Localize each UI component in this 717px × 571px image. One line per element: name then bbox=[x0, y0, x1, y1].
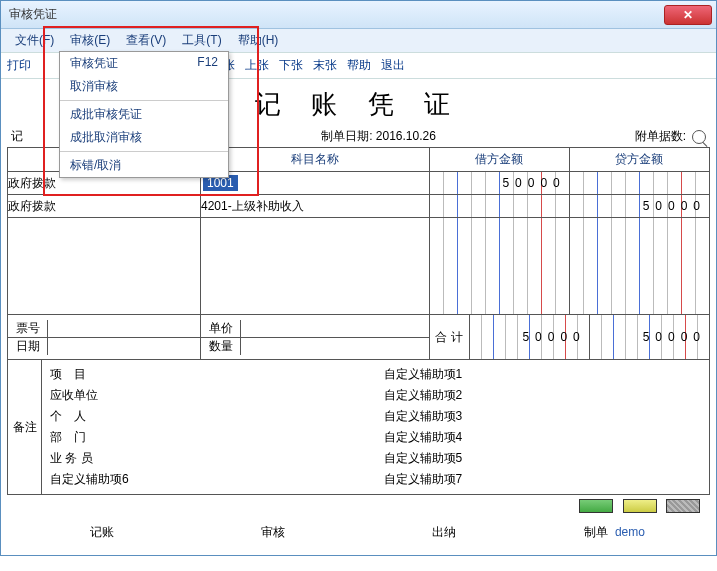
rm-receivable: 应收单位 bbox=[50, 385, 368, 406]
menu-file[interactable]: 文件(F) bbox=[7, 29, 62, 52]
dd-mark-cancel-label: 标错/取消 bbox=[70, 157, 121, 174]
tb-prev[interactable]: 上张 bbox=[245, 57, 269, 74]
content: 审核凭证 F12 取消审核 成批审核凭证 成批取消审核 标错/取消 记 账 凭 … bbox=[1, 79, 716, 555]
sub-total: 合 计 50000 50000 bbox=[429, 315, 709, 360]
menu-view[interactable]: 查看(V) bbox=[118, 29, 174, 52]
cell-subject[interactable]: 1001 bbox=[201, 172, 430, 195]
lbl-qty: 数量 bbox=[201, 338, 240, 355]
status-icon-green[interactable] bbox=[579, 499, 613, 513]
remark-label: 备注 bbox=[8, 360, 42, 494]
dd-batch-cancel[interactable]: 成批取消审核 bbox=[60, 126, 228, 149]
rm-custom4: 自定义辅助项4 bbox=[384, 427, 702, 448]
grid-row-empty[interactable] bbox=[8, 218, 710, 315]
tb-help[interactable]: 帮助 bbox=[347, 57, 371, 74]
lbl-date: 日期 bbox=[8, 338, 47, 355]
rm-custom1: 自定义辅助项1 bbox=[384, 364, 702, 385]
remark-col-right: 自定义辅助项1 自定义辅助项2 自定义辅助项3 自定义辅助项4 自定义辅助项5 … bbox=[376, 360, 710, 494]
tb-print[interactable]: 打印 bbox=[7, 57, 31, 74]
app-window: 审核凭证 ✕ 文件(F) 审核(E) 查看(V) 工具(T) 帮助(H) 打印 … bbox=[0, 0, 717, 556]
debit-value bbox=[430, 195, 569, 217]
date-label: 制单日期: bbox=[321, 129, 372, 143]
grid-subrow: 票号 日期 单价 数量 bbox=[8, 315, 710, 360]
lbl-ticket: 票号 bbox=[8, 320, 47, 338]
dd-mark-cancel[interactable]: 标错/取消 bbox=[60, 154, 228, 177]
voucher-grid: 科目名称 借方金额 贷方金额 政府拨款 1001 50000 bbox=[7, 147, 710, 360]
cell-credit[interactable]: 50000 bbox=[569, 195, 709, 218]
meta-right: 附单据数: bbox=[546, 128, 706, 145]
rm-sales: 业 务 员 bbox=[50, 448, 368, 469]
hdr-debit: 借方金额 bbox=[429, 148, 569, 172]
dd-audit-voucher[interactable]: 审核凭证 F12 bbox=[60, 52, 228, 75]
menu-audit[interactable]: 审核(E) bbox=[62, 29, 118, 52]
rm-dept: 部 门 bbox=[50, 427, 368, 448]
meta-center: 制单日期: 2016.10.26 bbox=[211, 128, 546, 145]
rm-project: 项 目 bbox=[50, 364, 368, 385]
hdr-credit: 贷方金额 bbox=[569, 148, 709, 172]
close-icon: ✕ bbox=[683, 8, 693, 22]
status-icons bbox=[7, 495, 710, 520]
menubar: 文件(F) 审核(E) 查看(V) 工具(T) 帮助(H) bbox=[1, 29, 716, 53]
role-maker-user: demo bbox=[615, 525, 645, 539]
cell-credit[interactable] bbox=[569, 172, 709, 195]
role-maker: 制单 demo bbox=[529, 524, 700, 541]
menu-help[interactable]: 帮助(H) bbox=[230, 29, 287, 52]
cell-credit[interactable] bbox=[569, 218, 709, 315]
titlebar: 审核凭证 ✕ bbox=[1, 1, 716, 29]
tb-exit[interactable]: 退出 bbox=[381, 57, 405, 74]
dd-batch-audit-label: 成批审核凭证 bbox=[70, 106, 142, 123]
cell-debit[interactable] bbox=[429, 195, 569, 218]
cell-debit[interactable] bbox=[429, 218, 569, 315]
val-ticket[interactable] bbox=[48, 320, 200, 338]
total-credit: 50000 bbox=[590, 315, 709, 359]
dd-sep2 bbox=[60, 151, 228, 152]
cell-subject[interactable] bbox=[201, 218, 430, 315]
grid-row[interactable]: 政府拨款 4201-上级补助收入 50000 bbox=[8, 195, 710, 218]
menu-audit-dropdown: 审核凭证 F12 取消审核 成批审核凭证 成批取消审核 标错/取消 bbox=[59, 51, 229, 178]
attachment-label: 附单据数: bbox=[635, 128, 686, 145]
dd-audit-voucher-key: F12 bbox=[197, 55, 218, 72]
dd-batch-cancel-label: 成批取消审核 bbox=[70, 129, 142, 146]
tb-last[interactable]: 末张 bbox=[313, 57, 337, 74]
rm-custom5: 自定义辅助项5 bbox=[384, 448, 702, 469]
window-title: 审核凭证 bbox=[9, 6, 57, 23]
footer-roles: 记账 审核 出纳 制单 demo bbox=[7, 520, 710, 549]
remark-block: 备注 项 目 应收单位 个 人 部 门 业 务 员 自定义辅助项6 自定义辅助项… bbox=[7, 360, 710, 495]
cell-summary[interactable]: 政府拨款 bbox=[8, 195, 201, 218]
total-debit: 50000 bbox=[470, 315, 589, 359]
close-button[interactable]: ✕ bbox=[664, 5, 712, 25]
lbl-price: 单价 bbox=[201, 320, 240, 338]
rm-custom6: 自定义辅助项6 bbox=[50, 469, 368, 490]
status-icon-yellow[interactable] bbox=[623, 499, 657, 513]
dd-batch-audit[interactable]: 成批审核凭证 bbox=[60, 103, 228, 126]
cell-debit[interactable]: 50000 bbox=[429, 172, 569, 195]
status-icon-gray[interactable] bbox=[666, 499, 700, 513]
val-price[interactable] bbox=[241, 320, 429, 338]
tb-next[interactable]: 下张 bbox=[279, 57, 303, 74]
remark-col-left: 项 目 应收单位 个 人 部 门 业 务 员 自定义辅助项6 bbox=[42, 360, 376, 494]
dd-audit-voucher-label: 审核凭证 bbox=[70, 55, 118, 72]
rm-custom2: 自定义辅助项2 bbox=[384, 385, 702, 406]
rm-person: 个 人 bbox=[50, 406, 368, 427]
dd-cancel-audit[interactable]: 取消审核 bbox=[60, 75, 228, 98]
role-audit: 审核 bbox=[188, 524, 359, 541]
cell-summary[interactable] bbox=[8, 218, 201, 315]
val-qty[interactable] bbox=[241, 338, 429, 355]
val-date[interactable] bbox=[48, 338, 200, 355]
search-icon[interactable] bbox=[692, 130, 706, 144]
dd-sep1 bbox=[60, 100, 228, 101]
hdr-subject: 科目名称 bbox=[201, 148, 430, 172]
cell-subject[interactable]: 4201-上级补助收入 bbox=[201, 195, 430, 218]
role-post: 记账 bbox=[17, 524, 188, 541]
date-value: 2016.10.26 bbox=[376, 129, 436, 143]
rm-custom3: 自定义辅助项3 bbox=[384, 406, 702, 427]
sub-mid: 单价 数量 bbox=[201, 315, 430, 360]
role-maker-label: 制单 bbox=[584, 525, 608, 539]
role-cashier: 出纳 bbox=[359, 524, 530, 541]
credit-value: 50000 bbox=[570, 195, 709, 217]
sub-left: 票号 日期 bbox=[8, 315, 201, 360]
menu-tools[interactable]: 工具(T) bbox=[174, 29, 229, 52]
credit-value bbox=[570, 172, 709, 194]
ji-prefix: 记 bbox=[11, 129, 23, 143]
rm-custom7: 自定义辅助项7 bbox=[384, 469, 702, 490]
lbl-total: 合 计 bbox=[430, 315, 470, 359]
